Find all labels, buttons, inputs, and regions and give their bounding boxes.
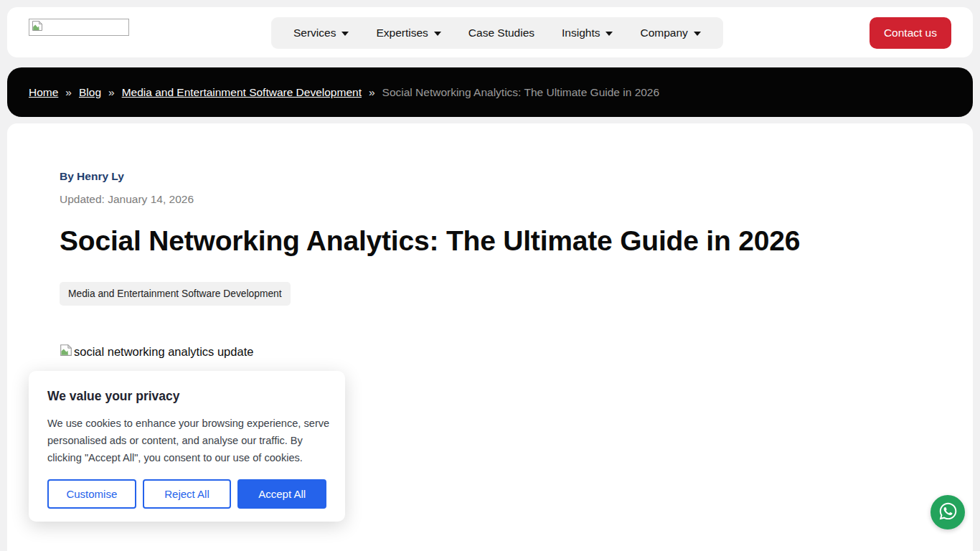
cookie-consent-dialog: We value your privacy We use cookies to … <box>29 371 345 522</box>
chevron-down-icon <box>434 32 441 36</box>
nav-item-insights[interactable]: Insights <box>548 17 626 49</box>
hero-image-broken: social networking analytics update <box>60 344 930 359</box>
nav-item-label: Insights <box>562 27 600 39</box>
cookie-dialog-title: We value your privacy <box>47 389 326 404</box>
article-updated-date: Updated: January 14, 2026 <box>60 193 930 206</box>
site-header: Services Expertises Case Studies Insight… <box>7 7 973 57</box>
nav-item-expertises[interactable]: Expertises <box>362 17 454 49</box>
whatsapp-chat-button[interactable] <box>930 495 965 529</box>
reject-all-button[interactable]: Reject All <box>143 479 232 509</box>
breadcrumb-link-category[interactable]: Media and Entertainment Software Develop… <box>122 86 362 99</box>
contact-us-button[interactable]: Contact us <box>870 17 951 49</box>
broken-image-icon <box>60 344 72 359</box>
nav-item-case-studies[interactable]: Case Studies <box>455 17 548 49</box>
chevron-down-icon <box>341 32 349 36</box>
whatsapp-icon <box>938 501 958 524</box>
broken-image-icon <box>32 20 43 34</box>
cookie-dialog-buttons: Customise Reject All Accept All <box>47 479 326 509</box>
breadcrumb-current-page: Social Networking Analytics: The Ultimat… <box>382 86 660 99</box>
nav-item-label: Company <box>640 27 687 39</box>
customise-button[interactable]: Customise <box>47 479 136 509</box>
accept-all-button[interactable]: Accept All <box>237 479 326 509</box>
category-tag[interactable]: Media and Entertainment Software Develop… <box>60 282 291 306</box>
article-author[interactable]: By Henry Ly <box>60 170 930 183</box>
cookie-dialog-message: We use cookies to enhance your browsing … <box>47 415 331 466</box>
page-title: Social Networking Analytics: The Ultimat… <box>60 225 930 257</box>
main-nav: Services Expertises Case Studies Insight… <box>271 17 723 49</box>
hero-image-alt-text: social networking analytics update <box>74 345 253 359</box>
nav-item-label: Case Studies <box>468 27 534 39</box>
breadcrumb-separator: » <box>108 86 115 99</box>
breadcrumb-link-home[interactable]: Home <box>29 86 58 99</box>
nav-item-label: Services <box>293 27 336 39</box>
nav-item-services[interactable]: Services <box>280 17 362 49</box>
breadcrumb-separator: » <box>369 86 375 99</box>
nav-item-label: Expertises <box>376 27 428 39</box>
chevron-down-icon <box>694 32 701 36</box>
site-logo-broken-image[interactable] <box>29 19 129 36</box>
nav-item-company[interactable]: Company <box>626 17 714 49</box>
breadcrumb-link-blog[interactable]: Blog <box>79 86 101 99</box>
chevron-down-icon <box>606 32 613 36</box>
breadcrumb: Home » Blog » Media and Entertainment So… <box>7 67 973 117</box>
breadcrumb-separator: » <box>65 86 72 99</box>
